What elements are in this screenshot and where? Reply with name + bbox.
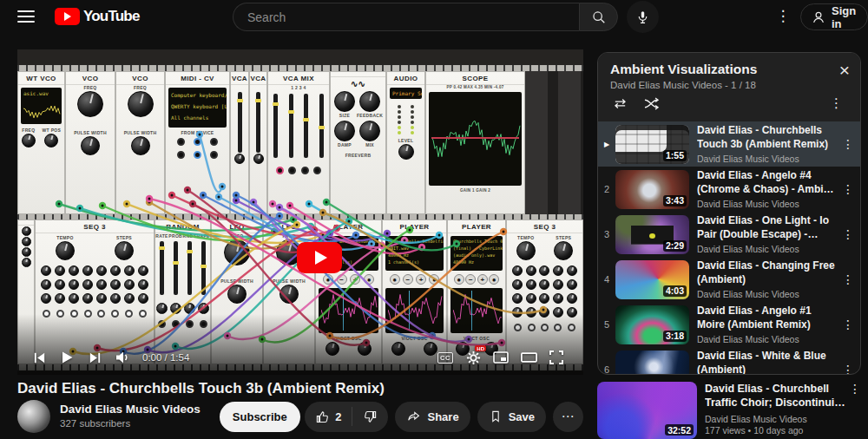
- close-icon[interactable]: ×: [839, 62, 850, 79]
- play-button[interactable]: [56, 348, 78, 367]
- like-count: 2: [335, 410, 341, 423]
- channel-name[interactable]: David Elias Music Videos: [60, 403, 201, 417]
- theater-mode-button[interactable]: [517, 348, 540, 367]
- duration-badge: 4:03: [663, 285, 687, 297]
- youtube-play-icon: [55, 8, 80, 25]
- thumbs-up-icon: [315, 410, 330, 424]
- recommended-video[interactable]: 32:52 David Elias - Churchbell Traffic C…: [597, 382, 861, 439]
- dislike-button[interactable]: [352, 410, 388, 424]
- playlist-item-channel: David Elias Music Videos: [697, 334, 839, 344]
- share-button[interactable]: Share: [395, 402, 470, 432]
- playlist-item-kebab-icon[interactable]: ⋮: [839, 272, 857, 286]
- port: [97, 310, 105, 318]
- knob: [539, 293, 549, 304]
- module-title: WT VCO: [18, 72, 64, 85]
- module-label: Size: [334, 113, 355, 118]
- rack-module: SEQ 3TEMPOSTEPS: [506, 220, 583, 364]
- port-row: [166, 138, 229, 146]
- next-button[interactable]: [83, 348, 106, 367]
- search-input[interactable]: [247, 10, 579, 24]
- knob: [44, 134, 58, 147]
- player-wave-screen: [450, 288, 503, 333]
- knob: [398, 144, 414, 160]
- recommended-kebab-icon[interactable]: ⋮: [849, 382, 861, 396]
- playlist-item-kebab-icon[interactable]: ⋮: [839, 227, 857, 241]
- playlist-item[interactable]: 53:18David Elias - Angelo #1 Moire (Ambi…: [598, 302, 860, 347]
- rack-module: VCA: [249, 71, 267, 214]
- mini-button: +: [416, 274, 426, 285]
- menu-icon[interactable]: [17, 10, 35, 23]
- playlist-header: Ambient Visualizations × David Elias Mus…: [598, 53, 860, 121]
- sign-in-button[interactable]: Sign in: [800, 3, 868, 30]
- recommended-thumbnail[interactable]: 32:52: [597, 382, 697, 439]
- knob: [553, 279, 563, 290]
- module-title: LFO: [212, 220, 262, 233]
- loop-playlist-button[interactable]: [610, 95, 629, 111]
- volume-button[interactable]: [111, 348, 134, 367]
- rack-module: VCOFREQPULSE WIDTH: [115, 71, 165, 214]
- knob-row: [155, 302, 210, 315]
- led: [398, 121, 401, 124]
- module-label: TEMPO: [516, 235, 536, 240]
- knob: [234, 154, 245, 164]
- playlist-item[interactable]: 32:29David Elias - One Light - Io Pair (…: [598, 212, 860, 257]
- playlist-item-kebab-icon[interactable]: ⋮: [839, 318, 857, 331]
- channel-avatar[interactable]: [17, 400, 50, 433]
- shuffle-playlist-button[interactable]: [641, 95, 661, 111]
- module-title: PLAYER: [383, 220, 446, 233]
- more-actions-button[interactable]: ⋯: [553, 402, 583, 432]
- save-label: Save: [509, 410, 535, 423]
- settings-button[interactable]: HD: [462, 348, 484, 367]
- playlist-item-title: David Elias - Churchbells Touch 3b (Ambi…: [697, 124, 839, 151]
- module-label: FREQ: [264, 233, 314, 239]
- youtube-logo[interactable]: YouTube: [55, 8, 140, 25]
- playlist-item-thumbnail: 1:55: [615, 125, 689, 164]
- mini-button: −: [465, 274, 476, 285]
- miniplayer-button[interactable]: [490, 348, 512, 367]
- search-button[interactable]: [579, 3, 618, 31]
- playlist-item-kebab-icon[interactable]: ⋮: [839, 137, 857, 151]
- hd-badge: HD: [475, 345, 486, 351]
- previous-button[interactable]: [28, 348, 50, 367]
- youtube-wordmark: YouTube: [83, 8, 140, 25]
- rack-module: RANDOMRATEPROBRNDSHAPE: [155, 220, 211, 364]
- recommended-title[interactable]: David Elias - Churchbell Traffic Choir; …: [705, 382, 861, 410]
- video-player[interactable]: WT VCOasic.wavFREQWT POSVCOFREQPULSE WID…: [17, 49, 583, 375]
- like-button[interactable]: 2: [305, 410, 352, 424]
- port: [528, 324, 536, 331]
- shuffle-icon: [642, 96, 661, 111]
- playlist-item-kebab-icon[interactable]: ⋮: [839, 182, 857, 196]
- fullscreen-button[interactable]: [545, 348, 568, 367]
- knob-col: Size: [334, 90, 355, 118]
- masthead-kebab-icon[interactable]: ⋮: [775, 7, 791, 25]
- playlist-item[interactable]: 44:03David Elias - Changing Free (Ambien…: [598, 257, 860, 302]
- rack-module: SEQ 3TEMPOSTEPS: [35, 220, 155, 364]
- fourms-logo: ∿∿: [331, 77, 385, 90]
- search-bar: [233, 3, 618, 31]
- module-title: [18, 220, 34, 226]
- seq-grid: [507, 261, 582, 322]
- playlist-item-kebab-icon[interactable]: ⋮: [839, 363, 857, 375]
- rnd-slider: [201, 241, 206, 295]
- rack-module: VCA: [230, 71, 249, 214]
- knob-col: Feedback: [357, 90, 383, 118]
- play-overlay-button[interactable]: [297, 242, 342, 273]
- module-label: PULSE WIDTH: [66, 130, 115, 135]
- knob: [253, 154, 264, 164]
- save-button[interactable]: Save: [477, 402, 546, 432]
- rack-module: VCOFREQPULSE WIDTH: [65, 71, 115, 214]
- voice-search-button[interactable]: [627, 1, 659, 33]
- knob: [22, 237, 31, 246]
- port: [70, 310, 78, 318]
- duration-badge: 32:52: [665, 424, 694, 436]
- playlist-item[interactable]: 23:43David Elias - Angelo #4 (Chrome & C…: [598, 167, 860, 212]
- subtitles-button[interactable]: CC: [434, 348, 457, 367]
- rack-module: MIDI - CVComputer keyboard/mQWERTY keybo…: [165, 71, 230, 214]
- port-row: [268, 167, 329, 174]
- knob: [554, 241, 573, 260]
- playlist-item[interactable]: 6David Elias - White & Blue (Ambient)Dav…: [598, 347, 860, 375]
- slider-row: [155, 241, 210, 295]
- playlist-item[interactable]: ▶1:55David Elias - Churchbells Touch 3b …: [598, 121, 860, 167]
- playlist-kebab-icon[interactable]: ⋮: [826, 95, 846, 111]
- subscribe-button[interactable]: Subscribe: [220, 402, 300, 432]
